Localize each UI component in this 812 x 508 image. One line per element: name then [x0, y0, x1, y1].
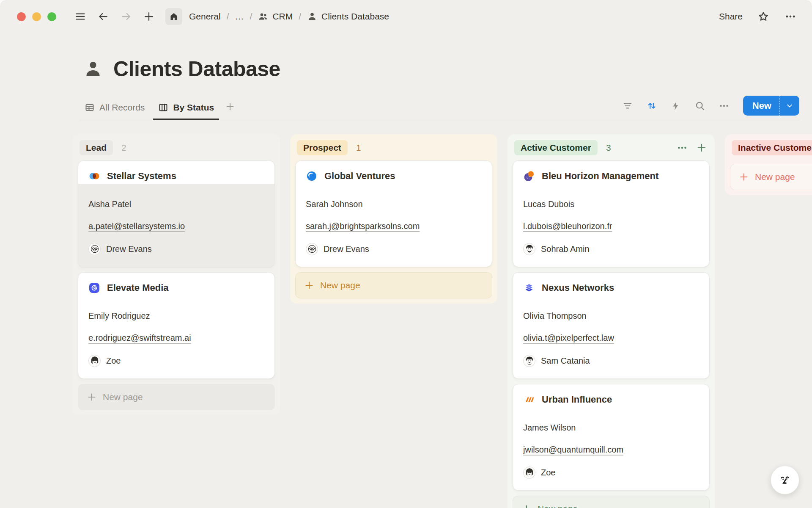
column-more-icon[interactable]	[677, 142, 688, 153]
tab-label: All Records	[99, 102, 145, 113]
new-page-button[interactable]: New page	[513, 496, 710, 508]
close-window-button[interactable]	[17, 12, 26, 21]
card-header: Elevate Media	[78, 273, 274, 295]
page-person-icon[interactable]	[83, 59, 103, 79]
filter-icon[interactable]	[622, 100, 634, 112]
column-add-icon[interactable]	[696, 142, 707, 153]
email-link[interactable]: l.dubois@bleuhorizon.fr	[523, 221, 612, 231]
breadcrumb-item-crm[interactable]: CRM	[258, 11, 293, 22]
email-link[interactable]: jwilson@quantumquill.com	[523, 445, 623, 454]
owner-name: Drew Evans	[324, 244, 369, 254]
sam-avatar	[523, 355, 535, 367]
card-fields: Olivia Thompsonolivia.t@pixelperfect.law…	[513, 295, 709, 378]
board-icon	[158, 102, 168, 113]
breadcrumb-item-general[interactable]: General	[189, 11, 221, 22]
column-status-chip[interactable]: Lead	[80, 140, 113, 155]
more-options-icon[interactable]	[784, 10, 797, 23]
plus-icon	[739, 172, 749, 182]
tab-label: By Status	[173, 102, 214, 113]
zoom-window-button[interactable]	[47, 12, 56, 21]
page-header: Clients Database	[83, 57, 812, 81]
new-page-label: New page	[538, 504, 578, 508]
column-status-chip[interactable]: Inactive Customer	[732, 140, 812, 155]
share-button[interactable]: Share	[719, 11, 743, 22]
client-card[interactable]: Urban InfluenceJames Wilsonjwilson@quant…	[513, 384, 710, 491]
email-link[interactable]: olivia.t@pixelperfect.law	[523, 333, 614, 342]
column-header: Lead2	[78, 139, 275, 160]
column-header: Active Customer3	[513, 139, 710, 160]
drew-avatar	[306, 243, 318, 255]
board-column-prospect: Prospect1Global VenturesSarah Johnsonsar…	[290, 134, 497, 304]
card-title: Nexus Networks	[542, 282, 614, 293]
page-title[interactable]: Clients Database	[113, 57, 280, 81]
sidebar-toggle-icon[interactable]	[74, 10, 87, 23]
column-status-chip[interactable]: Prospect	[297, 140, 348, 155]
breadcrumb-separator: /	[299, 11, 301, 22]
card-fields: Emily Rodrigueze.rodriguez@swiftstream.a…	[78, 295, 274, 378]
owner-row: Drew Evans	[306, 243, 482, 255]
board-column-inactive-customer: Inactive CustomerNew page	[725, 134, 812, 195]
breadcrumb-item-clients-database[interactable]: Clients Database	[307, 11, 389, 22]
client-card[interactable]: Global VenturesSarah Johnsonsarah.j@brig…	[295, 160, 492, 267]
email-link[interactable]: sarah.j@brightsparksolns.com	[306, 221, 420, 231]
email-link[interactable]: a.patel@stellarsystems.io	[88, 221, 185, 231]
owner-row: Drew Evans	[88, 243, 264, 255]
layers-logo	[523, 282, 535, 294]
add-view-icon[interactable]	[225, 102, 235, 117]
view-tabs: All Records By Status	[80, 98, 235, 120]
home-button[interactable]	[165, 8, 182, 25]
client-card[interactable]: Elevate MediaEmily Rodrigueze.rodriguez@…	[78, 272, 275, 379]
card-fields: James Wilsonjwilson@quantumquill.comZoe	[513, 407, 709, 490]
contact-name: Lucas Dubois	[523, 199, 699, 209]
stripes-logo	[523, 394, 535, 406]
contact-name: Sarah Johnson	[306, 199, 482, 209]
new-page-button[interactable]: New page	[78, 384, 275, 410]
table-icon	[85, 102, 95, 113]
new-tab-icon[interactable]	[143, 10, 155, 23]
card-header: Urban Influence	[513, 384, 709, 407]
ai-face-icon	[777, 472, 793, 488]
breadcrumb-label: …	[235, 11, 244, 22]
owner-name: Drew Evans	[106, 244, 152, 254]
card-header: Nexus Networks	[513, 273, 709, 295]
sort-icon[interactable]	[646, 100, 658, 112]
view-more-icon[interactable]	[718, 100, 730, 112]
tab-by-status[interactable]: By Status	[153, 98, 219, 120]
new-page-button[interactable]: New page	[730, 164, 812, 190]
client-card[interactable]: Stellar SystemsAisha Patela.patel@stella…	[78, 160, 275, 267]
plus-icon	[304, 280, 314, 290]
chevron-down-icon[interactable]	[779, 96, 799, 116]
app-window: General / … / CRM / Clients Database Sha…	[0, 0, 812, 508]
column-status-chip[interactable]: Active Customer	[514, 140, 598, 155]
view-toolbar: New	[622, 96, 799, 120]
back-icon[interactable]	[97, 10, 110, 23]
contact-email: olivia.t@pixelperfect.law	[523, 333, 699, 343]
breadcrumb-separator: /	[250, 11, 252, 22]
card-fields: Lucas Duboisl.dubois@bleuhorizon.frSohra…	[513, 184, 709, 267]
new-button-label: New	[743, 96, 779, 116]
column-count: 2	[121, 143, 126, 153]
client-card[interactable]: Bleu Horizon ManagementLucas Duboisl.dub…	[513, 160, 710, 267]
breadcrumb-label: General	[189, 11, 221, 22]
client-card[interactable]: Nexus NetworksOlivia Thompsonolivia.t@pi…	[513, 272, 710, 379]
favorite-star-icon[interactable]	[757, 10, 770, 23]
email-link[interactable]: e.rodriguez@swiftstream.ai	[88, 333, 191, 342]
zoe-avatar	[88, 355, 101, 367]
ai-assistant-button[interactable]	[771, 466, 799, 494]
view-bar: All Records By Status New	[80, 96, 799, 120]
owner-row: Sohrab Amin	[523, 243, 699, 255]
lightning-icon[interactable]	[670, 100, 682, 112]
contact-name: Olivia Thompson	[523, 311, 699, 321]
spiral-logo	[88, 282, 100, 294]
minimize-window-button[interactable]	[32, 12, 41, 21]
forward-icon[interactable]	[120, 10, 132, 23]
card-title: Elevate Media	[107, 282, 169, 293]
new-record-button[interactable]: New	[743, 96, 799, 116]
new-page-button[interactable]: New page	[295, 272, 492, 298]
window-controls	[17, 12, 56, 21]
card-header: Stellar Systems	[78, 161, 274, 184]
breadcrumb-item-ellipsis[interactable]: …	[235, 11, 244, 22]
new-page-label: New page	[320, 280, 360, 290]
tab-all-records[interactable]: All Records	[80, 98, 150, 120]
search-icon[interactable]	[694, 100, 706, 112]
